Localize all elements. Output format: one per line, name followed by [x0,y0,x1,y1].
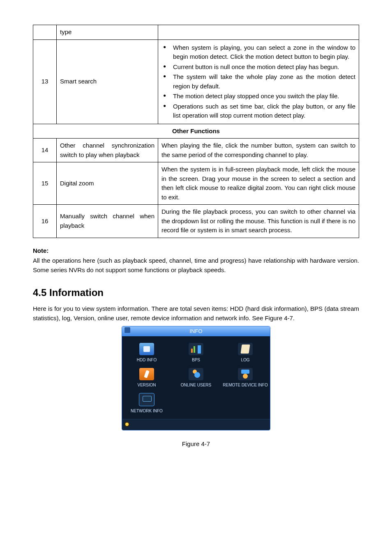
dialog-title: INFO [122,326,270,336]
info-item-bps[interactable]: BPS [171,340,221,365]
cell-num: 14 [33,139,57,162]
info-label: REMOTE DEVICE INFO [222,382,268,388]
section-text: Here is for you to view system informati… [33,304,359,323]
table-row: 14 Other channel synchronization switch … [33,139,359,162]
bullet-item: When system is playing, you can select a… [161,43,355,62]
cell-num: 15 [33,162,57,205]
remote-device-icon [238,368,253,380]
info-item-log[interactable]: LOG [221,340,270,365]
cell-label: Digital zoom [57,162,158,205]
info-item-network[interactable]: NETWORK INFO [122,391,171,416]
dialog-title-text: INFO [189,328,202,334]
cell-num: 16 [33,205,57,238]
bullet-list: When system is playing, you can select a… [161,43,355,120]
table-row: 13 Smart search When system is playing, … [33,39,359,124]
bullet-item: The motion detect play stopped once you … [161,92,355,101]
cell-label: Other channel synchronization switch to … [57,139,158,162]
cell-label: Smart search [57,39,158,124]
bullet-item: Operations such as set time bar, click t… [161,102,355,120]
info-label: LOG [222,357,268,363]
bps-icon [189,343,203,355]
cell-content [158,25,359,40]
dialog-footer [122,419,270,430]
table-row: 16 Manually switch channel when playback… [33,205,359,238]
info-item-version[interactable]: VERSION [122,365,171,391]
info-label: BPS [173,357,219,363]
version-icon [139,368,154,380]
spec-table: type 13 Smart search When system is play… [33,25,359,238]
cell-content: When the system is in full-screen playba… [158,162,359,205]
info-label: ONLINE USERS [173,382,219,388]
cell-content: When system is playing, you can select a… [158,39,359,124]
info-label: VERSION [124,382,170,388]
info-grid: HDD INFO BPS LOG VERSION ONLINE USERS RE… [122,336,270,419]
info-item-remote-device[interactable]: REMOTE DEVICE INFO [221,365,270,391]
cell-content: When playing the file, click the number … [158,139,359,162]
figure: INFO HDD INFO BPS LOG VERSION ONLINE USE… [33,326,359,449]
bullet-item: The system will take the whole play zone… [161,72,355,91]
info-item-hdd[interactable]: HDD INFO [122,340,171,365]
info-item-empty [221,391,270,416]
cell-content: During the file playback process, you ca… [158,205,359,238]
table-row: type [33,25,359,40]
info-item-empty [171,391,221,416]
cell-num: 13 [33,39,57,124]
figure-caption: Figure 4-7 [33,439,359,449]
info-dialog: INFO HDD INFO BPS LOG VERSION ONLINE USE… [122,326,270,430]
section-heading: 4.5 Information [33,285,359,300]
note-body: All the operations here (such as playbac… [33,256,359,275]
network-icon [139,393,154,406]
bullet-item: Current button is null once the motion d… [161,62,355,72]
users-icon [189,368,203,380]
cell-label: type [57,25,158,40]
note-title: Note: [33,246,359,256]
section-header: Other Functions [33,124,359,139]
table-row: Other Functions [33,124,359,139]
log-icon [238,343,253,355]
info-label: HDD INFO [124,357,170,363]
cell-num [33,25,57,40]
table-row: 15 Digital zoom When the system is in fu… [33,162,359,205]
info-item-online-users[interactable]: ONLINE USERS [171,365,221,391]
dialog-icon [125,327,130,333]
hdd-icon [139,343,154,355]
cell-label: Manually switch channel when playback [57,205,158,238]
info-label: NETWORK INFO [124,408,170,414]
